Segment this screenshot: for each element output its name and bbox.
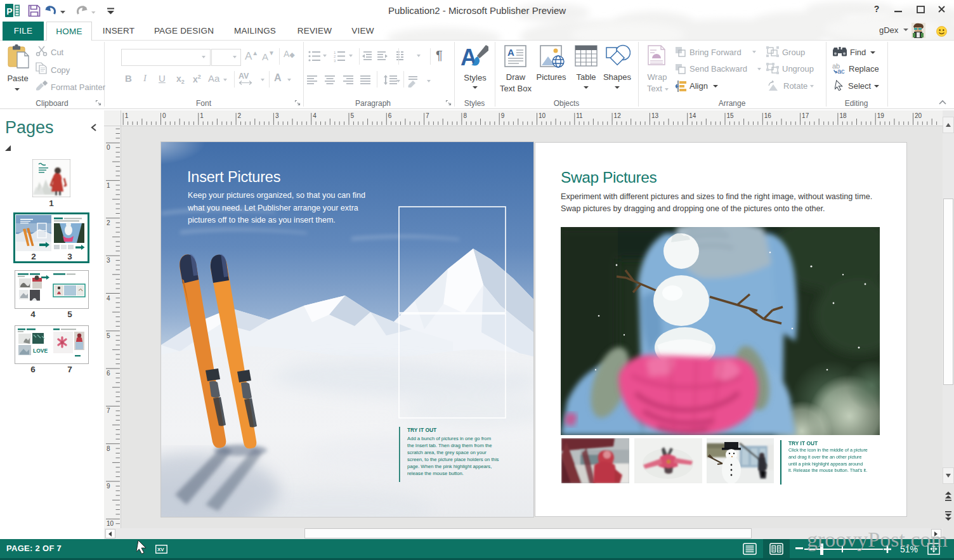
svg-text:19: 19	[877, 112, 885, 119]
svg-text:2: 2	[334, 55, 336, 58]
svg-text:7: 7	[426, 112, 429, 119]
svg-text:A: A	[507, 47, 514, 58]
svg-text:13: 13	[651, 112, 659, 119]
svg-text:3: 3	[107, 257, 110, 264]
svg-text:0: 0	[107, 144, 110, 151]
svg-text:3: 3	[275, 112, 279, 119]
svg-text:0: 0	[162, 112, 166, 119]
svg-text:7: 7	[107, 407, 110, 414]
svg-text:1: 1	[334, 51, 336, 55]
svg-text:AV: AV	[238, 72, 249, 81]
svg-text:8: 8	[463, 112, 467, 119]
svg-text:what you need. Let Publisher a: what you need. Let Publisher arrange you…	[187, 204, 358, 212]
svg-text:10: 10	[539, 112, 546, 119]
svg-text:XV: XV	[157, 547, 164, 552]
svg-text:4: 4	[313, 112, 317, 119]
svg-text:11: 11	[576, 112, 583, 119]
svg-text:4: 4	[107, 295, 110, 302]
svg-text:2: 2	[107, 219, 110, 226]
svg-text:1: 1	[200, 112, 204, 119]
svg-text:1: 1	[125, 112, 129, 119]
svg-text:9: 9	[107, 483, 110, 490]
svg-text:the Insert tab. Then drag them: the Insert tab. Then drag them from the	[407, 443, 492, 448]
svg-text:Add a bunch of pictures in one: Add a bunch of pictures in one go from	[407, 436, 491, 441]
svg-text:3: 3	[334, 59, 336, 63]
svg-text:ac: ac	[837, 67, 845, 74]
svg-text:scratch area, the grey space o: scratch area, the grey space on your	[407, 450, 487, 455]
svg-text:1: 1	[107, 182, 110, 189]
svg-text:5: 5	[351, 112, 355, 119]
svg-text:pictures off to the side as yo: pictures off to the side as you insert t…	[188, 216, 336, 225]
svg-text:page. When the pink highlight: page. When the pink highlight appears,	[407, 464, 492, 469]
svg-text:6: 6	[107, 370, 110, 377]
svg-text:12: 12	[614, 112, 622, 119]
svg-text:14: 14	[689, 112, 696, 119]
svg-text:Insert Pictures: Insert Pictures	[187, 169, 280, 185]
svg-text:10: 10	[107, 520, 114, 527]
svg-text:15: 15	[727, 112, 735, 119]
svg-text:A: A	[461, 44, 477, 70]
svg-text:2: 2	[238, 112, 242, 119]
svg-text:release the mouse button.: release the mouse button.	[407, 471, 464, 476]
svg-text:18: 18	[839, 112, 847, 119]
svg-text:16: 16	[764, 112, 772, 119]
svg-text:20: 20	[915, 112, 922, 119]
svg-text:TRY IT OUT: TRY IT OUT	[407, 427, 437, 433]
svg-text:screen, to the picture place h: screen, to the picture place holders on …	[407, 457, 499, 462]
svg-text:9: 9	[501, 112, 505, 119]
svg-text:5: 5	[107, 332, 110, 339]
svg-text:Keep your pictures organized,: Keep your pictures organized, so that yo…	[188, 191, 365, 200]
svg-text:LOVE: LOVE	[33, 348, 48, 354]
svg-text:6: 6	[388, 112, 392, 119]
svg-text:17: 17	[802, 112, 809, 119]
svg-text:P: P	[6, 6, 12, 16]
svg-text:8: 8	[107, 445, 110, 452]
